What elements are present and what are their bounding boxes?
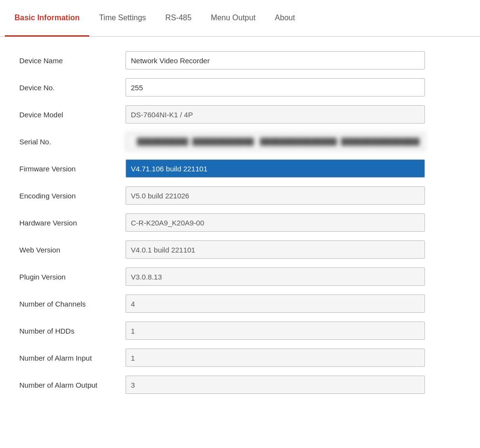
label-device-name: Device Name: [19, 56, 126, 65]
tab-time-settings[interactable]: Time Settings: [89, 0, 155, 37]
form-row-web-version: Web Version: [19, 240, 461, 259]
input-device-name[interactable]: [126, 51, 425, 70]
input-num-alarm-input: [126, 349, 425, 367]
label-encoding-version: Encoding Version: [19, 192, 126, 200]
label-device-no: Device No.: [19, 84, 126, 92]
form-row-serial-no: Serial No.: [19, 132, 461, 151]
form-row-num-channels: Number of Channels: [19, 294, 461, 313]
form-row-firmware-version: Firmware Version: [19, 159, 461, 178]
label-plugin-version: Plugin Version: [19, 273, 126, 281]
label-firmware-version: Firmware Version: [19, 165, 126, 173]
main-content: Device NameDevice No.Device ModelSerial …: [0, 37, 480, 417]
tab-menu-output[interactable]: Menu Output: [201, 0, 266, 37]
label-web-version: Web Version: [19, 246, 126, 254]
label-num-alarm-output: Number of Alarm Output: [19, 381, 126, 389]
label-num-channels: Number of Channels: [19, 300, 126, 308]
form-row-num-alarm-input: Number of Alarm Input: [19, 349, 461, 367]
input-device-model: [126, 105, 425, 124]
label-device-model: Device Model: [19, 111, 126, 119]
input-num-channels: [126, 294, 425, 313]
input-plugin-version: [126, 267, 425, 286]
tab-about[interactable]: About: [265, 0, 305, 37]
tab-basic-information[interactable]: Basic Information: [5, 0, 89, 37]
input-encoding-version: [126, 186, 425, 205]
form-row-device-no: Device No.: [19, 78, 461, 97]
input-firmware-version: [126, 159, 425, 178]
form-row-num-hdds: Number of HDDs: [19, 322, 461, 340]
input-serial-no: [126, 132, 425, 151]
input-num-alarm-output: [126, 376, 425, 394]
input-num-hdds: [126, 322, 425, 340]
label-num-hdds: Number of HDDs: [19, 327, 126, 335]
tab-bar: Basic InformationTime SettingsRS-485Menu…: [0, 0, 480, 37]
label-num-alarm-input: Number of Alarm Input: [19, 354, 126, 362]
label-hardware-version: Hardware Version: [19, 219, 126, 227]
input-web-version: [126, 240, 425, 259]
form-row-num-alarm-output: Number of Alarm Output: [19, 376, 461, 394]
form-row-hardware-version: Hardware Version: [19, 213, 461, 232]
form-row-encoding-version: Encoding Version: [19, 186, 461, 205]
form-row-device-model: Device Model: [19, 105, 461, 124]
form-row-device-name: Device Name: [19, 51, 461, 70]
form-row-plugin-version: Plugin Version: [19, 267, 461, 286]
input-hardware-version: [126, 213, 425, 232]
tab-rs485[interactable]: RS-485: [155, 0, 201, 37]
label-serial-no: Serial No.: [19, 138, 126, 146]
input-device-no[interactable]: [126, 78, 425, 97]
